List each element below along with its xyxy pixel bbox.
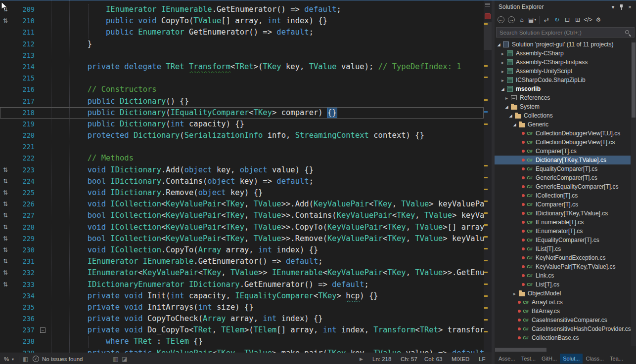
tree-item-genericequalitycomparer-t-cs[interactable]: C#GenericEqualityComparer[T].cs	[495, 182, 631, 191]
code-line-233[interactable]: ⇅233 IDictionaryEnumerator IDictionary.G…	[0, 279, 484, 290]
line-number[interactable]: 232	[11, 267, 38, 279]
code-line-209[interactable]: ⇅209 IEnumerator IEnumerable.GetEnumerat…	[0, 4, 484, 15]
code-content[interactable]	[50, 73, 484, 84]
tree-item-collectiondebuggerview-t-cs[interactable]: C#CollectionDebuggerView[T].cs	[495, 138, 631, 147]
hscroll-right-arrow-icon[interactable]: ▶	[360, 357, 363, 362]
code-line-219[interactable]: 219 public Dictionary(int capacity) {}	[0, 119, 484, 130]
tree-item-solution-project-gui-11-of-11-projects[interactable]: ◢Solution 'project-gui' (11 of 11 projec…	[495, 40, 631, 49]
tree-item-link-cs[interactable]: C#Link.cs	[495, 271, 631, 280]
tree-item-system[interactable]: ◢System	[495, 102, 631, 111]
tree-item-assembly-csharp-firstpass[interactable]: ▸Assembly-CSharp-firstpass	[495, 58, 631, 67]
tree-item-genericcomparer-t-cs[interactable]: C#GenericComparer[T].cs	[495, 173, 631, 182]
status-indicator-icon-1[interactable]: ▥	[113, 356, 118, 363]
tree-item-mscorlib[interactable]: ◢mscorlib	[495, 84, 631, 93]
panel-title-bar[interactable]: Solution Explorer ▾ ×	[495, 0, 636, 13]
home-icon[interactable]: ⌂	[517, 15, 527, 25]
implements-glyph-icon[interactable]: ⇅	[0, 176, 11, 187]
line-number[interactable]: 215	[11, 73, 38, 84]
line-number[interactable]: 229	[11, 233, 38, 244]
status-indicator-icon-2[interactable]: ◪	[122, 356, 127, 363]
expander-icon[interactable]: ◢	[511, 122, 518, 127]
code-line-237[interactable]: 237− private void Do_CopyTo<TRet, TElem>…	[0, 324, 484, 336]
line-number[interactable]: 216	[11, 84, 38, 95]
search-input[interactable]	[496, 27, 635, 38]
status-encoding[interactable]: MIXED	[452, 356, 469, 362]
tree-item-icomparer-t-cs[interactable]: C#IComparer[T].cs	[495, 200, 631, 209]
expander-icon[interactable]: ▸	[500, 51, 506, 56]
show-all-files-icon[interactable]: ⊞	[573, 15, 583, 25]
code-line-221[interactable]: 221	[0, 141, 484, 153]
view-code-icon[interactable]: </>	[583, 15, 593, 25]
line-number[interactable]: 239	[11, 348, 38, 353]
close-icon[interactable]: ×	[626, 4, 634, 10]
tree-item-generic[interactable]: ◢Generic	[495, 120, 631, 129]
line-number[interactable]: 218	[11, 107, 38, 119]
code-line-225[interactable]: ⇅225 void IDictionary.Remove(object key)…	[0, 187, 484, 199]
tree-item-icsharpcode-sharpziplib[interactable]: ▸ICSharpCode.SharpZipLib	[495, 76, 631, 84]
implements-glyph-icon[interactable]: ⇅	[0, 233, 11, 244]
line-number[interactable]: 235	[11, 302, 38, 313]
code-content[interactable]: bool IDictionary.Contains(object key) =>…	[50, 176, 484, 187]
expander-icon[interactable]: ▸	[500, 69, 506, 74]
code-line-223[interactable]: ⇅223 void IDictionary.Add(object key, ob…	[0, 164, 484, 176]
panel-horizontal-scrollbar[interactable]	[495, 347, 636, 353]
line-number[interactable]: 210	[11, 15, 38, 27]
tree-item-arraylist-cs[interactable]: C#ArrayList.cs	[495, 298, 631, 307]
line-number[interactable]: 237	[11, 324, 38, 336]
code-line-226[interactable]: ⇅226 void ICollection<KeyValuePair<TKey,…	[0, 199, 484, 210]
navigate-back-icon[interactable]: ←	[496, 15, 506, 25]
tree-item-collectionbase-cs[interactable]: C#CollectionBase.cs	[495, 333, 631, 342]
code-content[interactable]: void ICollection.CopyTo(Array array, int…	[50, 244, 484, 256]
code-content[interactable]: protected Dictionary(SerializationInfo i…	[50, 130, 484, 141]
code-content[interactable]: private void Do_CopyTo<TRet, TElem>(TEle…	[50, 324, 484, 336]
expander-icon[interactable]: ◢	[503, 105, 510, 109]
tree-item-dictionary-tkey-tvalue-cs[interactable]: C#Dictionary[TKey,TValue].cs	[495, 156, 631, 164]
code-content[interactable]: bool ICollection<KeyValuePair<TKey, TVal…	[50, 210, 484, 221]
code-content[interactable]: public Dictionary(IEqualityComparer<TKey…	[50, 107, 484, 119]
tree-item-iequalitycomparer-t-cs[interactable]: C#IEqualityComparer[T].cs	[495, 236, 631, 244]
line-number[interactable]: 238	[11, 336, 38, 347]
code-line-234[interactable]: 234 private void Init(int capacity, IEqu…	[0, 290, 484, 302]
refresh-icon[interactable]: ↻	[552, 15, 562, 25]
tree-item-equalitycomparer-t-cs[interactable]: C#EqualityComparer[T].cs	[495, 164, 631, 173]
implements-glyph-icon[interactable]: ⇅	[0, 279, 11, 290]
code-content[interactable]	[50, 141, 484, 153]
code-line-229[interactable]: ⇅229 bool ICollection<KeyValuePair<TKey,…	[0, 233, 484, 244]
code-content[interactable]: // Methods	[50, 153, 484, 164]
code-line-238[interactable]: 238 where TRet : TElem {}	[0, 336, 484, 347]
code-line-217[interactable]: 217 public Dictionary() {}	[0, 96, 484, 107]
tree-item-comparer-t-cs[interactable]: C#Comparer[T].cs	[495, 147, 631, 156]
line-number[interactable]: 217	[11, 96, 38, 107]
code-line-235[interactable]: 235 private void InitArrays(int size) {}	[0, 302, 484, 313]
line-number[interactable]: 222	[11, 153, 38, 164]
expander-icon[interactable]: ▸	[500, 78, 506, 83]
tree-item-caseinsensitivecomparer-cs[interactable]: C#CaseInsensitiveComparer.cs	[495, 316, 631, 324]
line-number[interactable]: 214	[11, 61, 38, 73]
expander-icon[interactable]: ◢	[496, 42, 502, 47]
tree-item-objectmodel[interactable]: ▸ObjectModel	[495, 289, 631, 298]
tree-item-collectiondebuggerview-t-u-cs[interactable]: C#CollectionDebuggerView[T,U].cs	[495, 129, 631, 138]
implements-glyph-icon[interactable]: ⇅	[0, 210, 11, 221]
tree-item-caseinsensitivehashcodeprovider-cs[interactable]: C#CaseInsensitiveHashCodeProvider.cs	[495, 324, 631, 333]
code-content[interactable]: where TRet : TElem {}	[50, 336, 484, 347]
zoom-caret-icon[interactable]: ▾	[12, 357, 14, 361]
implements-glyph-icon[interactable]: ⇅	[0, 244, 11, 256]
code-line-220[interactable]: 220 protected Dictionary(SerializationIn…	[0, 130, 484, 141]
code-content[interactable]: IEnumerator IEnumerable.GetEnumerator() …	[50, 256, 484, 267]
code-content[interactable]: bool ICollection<KeyValuePair<TKey, TVal…	[50, 233, 484, 244]
editor-vertical-scrollbar[interactable]	[484, 0, 492, 353]
code-line-232[interactable]: ⇅232 IEnumerator<KeyValuePair<TKey, TVal…	[0, 267, 484, 279]
code-content[interactable]: void IDictionary.Add(object key, object …	[50, 164, 484, 176]
code-content[interactable]: public void CopyTo(TValue[] array, int i…	[50, 15, 484, 27]
implements-glyph-icon[interactable]: ⇅	[0, 15, 11, 27]
expander-icon[interactable]: ▸	[500, 60, 506, 65]
code-content[interactable]: private void Init(int capacity, IEqualit…	[50, 290, 484, 302]
implements-glyph-icon[interactable]: ⇅	[0, 256, 11, 267]
tree-item-list-t-cs[interactable]: C#List[T].cs	[495, 280, 631, 289]
tree-item-bitarray-cs[interactable]: C#BitArray.cs	[495, 307, 631, 316]
panel-hscroll-thumb[interactable]	[495, 348, 546, 352]
line-number[interactable]: 234	[11, 290, 38, 302]
navigate-forward-icon[interactable]: →	[506, 15, 516, 25]
implements-glyph-icon[interactable]: ⇅	[0, 267, 11, 279]
tab-team-explorer[interactable]: Tea...	[607, 354, 626, 364]
